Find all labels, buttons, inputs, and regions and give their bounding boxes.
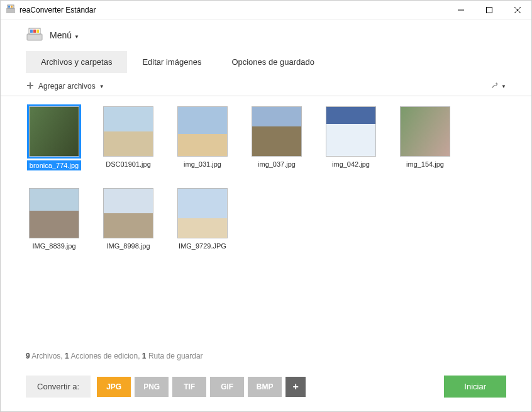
- menu-dropdown[interactable]: Menú ▼: [50, 30, 79, 40]
- file-item[interactable]: img_037.jpg: [248, 106, 305, 170]
- svg-rect-11: [33, 30, 36, 33]
- svg-rect-8: [27, 34, 42, 40]
- status-path-count: 1: [142, 352, 147, 360]
- minimize-button[interactable]: [446, 1, 475, 19]
- thumbnail-image: [177, 188, 228, 238]
- svg-rect-3: [11, 6, 13, 8]
- svg-rect-0: [6, 8, 15, 13]
- thumbnail-image: [103, 188, 153, 238]
- tab-row: Archivos y carpetasEditar imágenesOpcion…: [1, 51, 531, 73]
- app-icon: [6, 4, 16, 16]
- file-item[interactable]: IMG_8998.jpg: [100, 188, 157, 250]
- chevron-down-icon: ▼: [74, 34, 79, 40]
- file-item[interactable]: img_031.jpg: [174, 106, 231, 170]
- thumbnail-image: [177, 106, 228, 157]
- format-jpg[interactable]: JPG: [97, 377, 131, 397]
- thumbnail-image: [252, 106, 302, 157]
- file-name-label: img_037.jpg: [258, 160, 296, 168]
- status-file-count: 9: [26, 352, 30, 360]
- format-bmp[interactable]: BMP: [248, 377, 282, 397]
- file-item[interactable]: IMG_9729.JPG: [174, 188, 231, 250]
- svg-rect-2: [8, 6, 10, 8]
- chevron-down-icon: ▼: [501, 84, 506, 89]
- toolbar: Agregar archivos ▼ ▼: [1, 77, 531, 96]
- tab-0[interactable]: Archivos y carpetas: [26, 51, 127, 73]
- file-grid: bronica_774.jpgDSC01901.jpgimg_031.jpgim…: [1, 96, 531, 345]
- convert-to-label: Convertir a:: [26, 376, 91, 398]
- file-name-label: IMG_8998.jpg: [106, 242, 150, 250]
- status-path-word: Ruta de guardar: [148, 352, 203, 360]
- thumbnail-image: [29, 188, 79, 238]
- status-action-word: Acciones de edicion,: [70, 352, 140, 360]
- start-button[interactable]: Iniciar: [444, 376, 506, 398]
- file-item[interactable]: bronica_774.jpg: [26, 106, 82, 170]
- window-title: reaConverter Estándar: [19, 6, 96, 14]
- svg-rect-12: [36, 30, 39, 33]
- window-titlebar: reaConverter Estándar: [1, 1, 531, 19]
- thumbnail-image: [29, 106, 79, 157]
- footer: Convertir a: JPGPNGTIFGIFBMP+ Iniciar: [1, 367, 531, 411]
- tab-2[interactable]: Opciones de guardado: [216, 51, 330, 73]
- file-name-label: bronica_774.jpg: [27, 160, 81, 170]
- thumbnail-image: [400, 106, 450, 157]
- close-button[interactable]: [503, 1, 531, 19]
- file-name-label: img_031.jpg: [184, 160, 221, 168]
- file-item[interactable]: img_042.jpg: [323, 106, 379, 170]
- status-bar: 9 Archivos, 1 Acciones de edicion, 1 Rut…: [1, 345, 531, 367]
- maximize-button[interactable]: [475, 1, 503, 19]
- tab-1[interactable]: Editar imágenes: [127, 51, 216, 73]
- add-format-button[interactable]: +: [285, 377, 306, 397]
- thumbnail-image: [326, 106, 376, 157]
- window-controls: [446, 1, 531, 19]
- status-action-count: 1: [65, 352, 69, 360]
- format-row: JPGPNGTIFGIFBMP+: [97, 377, 306, 397]
- plus-icon: [26, 81, 35, 92]
- file-name-label: img_042.jpg: [332, 160, 370, 168]
- file-name-label: img_154.jpg: [406, 160, 444, 168]
- thumbnail-image: [103, 106, 153, 157]
- menubar: Menú ▼: [1, 19, 531, 51]
- format-gif[interactable]: GIF: [210, 377, 244, 397]
- file-name-label: IMG_9729.JPG: [179, 242, 226, 250]
- wrench-icon: [490, 81, 499, 92]
- format-png[interactable]: PNG: [135, 377, 169, 397]
- file-item[interactable]: IMG_8839.jpg: [26, 188, 82, 250]
- file-name-label: IMG_8839.jpg: [32, 242, 75, 250]
- status-file-word: Archivos,: [31, 352, 62, 360]
- settings-dropdown[interactable]: ▼: [490, 81, 506, 92]
- app-logo-icon: [26, 26, 43, 44]
- svg-rect-5: [486, 7, 492, 13]
- menu-label: Menú: [50, 30, 72, 40]
- file-name-label: DSC01901.jpg: [106, 160, 151, 168]
- add-files-button[interactable]: Agregar archivos ▼: [26, 81, 104, 92]
- file-item[interactable]: img_154.jpg: [397, 106, 453, 170]
- format-tif[interactable]: TIF: [172, 377, 206, 397]
- add-files-label: Agregar archivos: [38, 82, 96, 91]
- chevron-down-icon: ▼: [99, 84, 104, 89]
- file-item[interactable]: DSC01901.jpg: [100, 106, 157, 170]
- svg-rect-10: [30, 30, 33, 33]
